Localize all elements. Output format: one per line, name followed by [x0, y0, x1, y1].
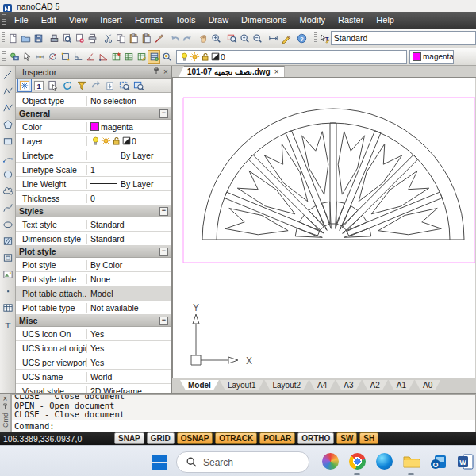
- filter-icon[interactable]: [75, 79, 89, 92]
- toggle-otrack[interactable]: OTRACK: [215, 432, 257, 444]
- snap-perp-icon[interactable]: [71, 50, 84, 64]
- property-row[interactable]: Plot style tableNone: [16, 272, 171, 286]
- property-row[interactable]: Plot table attach...Model: [16, 286, 171, 301]
- angle-icon[interactable]: [84, 50, 97, 64]
- print-preview-icon[interactable]: [61, 31, 74, 45]
- pin-icon[interactable]: [152, 67, 161, 76]
- toggle-sw[interactable]: SW: [336, 432, 357, 444]
- section-misc[interactable]: Misc−: [16, 315, 171, 327]
- toggle-ortho[interactable]: ORTHO: [298, 432, 334, 444]
- quick-select-frame-icon[interactable]: [132, 79, 146, 92]
- property-row[interactable]: Layer0: [16, 134, 171, 148]
- layers-panel-icon[interactable]: [148, 50, 160, 64]
- select-refresh-icon[interactable]: [60, 79, 75, 92]
- menu-raster[interactable]: Raster: [332, 12, 370, 29]
- property-row[interactable]: Dimension styleStandard: [16, 232, 171, 246]
- text-style-icon[interactable]: T: [319, 31, 331, 45]
- select-doc-icon[interactable]: [46, 79, 60, 92]
- color-combo[interactable]: magenta: [409, 50, 454, 64]
- polyline-tool-icon[interactable]: [0, 83, 15, 99]
- cut-icon[interactable]: [102, 31, 115, 45]
- text-tool-icon[interactable]: T: [0, 316, 15, 332]
- show-one-icon[interactable]: 1: [32, 79, 46, 92]
- table-new-icon[interactable]: [109, 50, 122, 64]
- outlook-app-icon[interactable]: O: [428, 451, 448, 471]
- ellipse-tool-icon[interactable]: [0, 216, 15, 232]
- slope-icon[interactable]: [97, 50, 109, 64]
- snap-circle-icon[interactable]: [46, 50, 59, 64]
- menu-dimensions[interactable]: Dimensions: [235, 12, 293, 29]
- toggle-osnap[interactable]: OSNAP: [177, 432, 213, 444]
- image-tool-icon[interactable]: [0, 266, 15, 282]
- spline-tool-icon[interactable]: [0, 199, 15, 216]
- layout-tab-layout2[interactable]: Layout2: [264, 380, 309, 390]
- save-icon[interactable]: [33, 31, 45, 45]
- menu-format[interactable]: Format: [129, 12, 169, 29]
- command-input[interactable]: Command:: [11, 420, 476, 432]
- toggle-snap[interactable]: SNAP: [114, 432, 144, 444]
- property-row[interactable]: Colormagenta: [16, 120, 171, 134]
- redo-icon[interactable]: [182, 31, 194, 45]
- point-tool-icon[interactable]: [0, 282, 15, 299]
- layout-tab-a4[interactable]: A4: [309, 380, 335, 390]
- collapse-icon[interactable]: −: [159, 207, 168, 216]
- start-button[interactable]: [149, 452, 168, 471]
- quick-select-icon[interactable]: [117, 79, 132, 92]
- document-tab[interactable]: 101-07 نصف نجمية.dwg ×: [178, 66, 285, 77]
- menu-tools[interactable]: Tools: [169, 12, 202, 29]
- layout-tab-a0[interactable]: A0: [415, 380, 440, 390]
- pin-icon[interactable]: [2, 403, 8, 411]
- property-row[interactable]: Plot styleBy Color: [16, 258, 171, 272]
- snap-distance-icon[interactable]: [33, 50, 46, 64]
- plot-stamp-icon[interactable]: [48, 31, 61, 45]
- revision-cloud-tool-icon[interactable]: [0, 182, 15, 199]
- tab-close-icon[interactable]: ×: [274, 67, 279, 76]
- property-row[interactable]: LinetypeBy Layer: [16, 148, 171, 163]
- collapse-icon[interactable]: −: [159, 248, 168, 256]
- apply-props-icon[interactable]: [103, 79, 117, 92]
- help-icon[interactable]: ?: [296, 31, 309, 45]
- property-row[interactable]: UCS nameWorld: [16, 370, 171, 384]
- section-styles[interactable]: Styles−: [16, 205, 171, 217]
- property-row[interactable]: Thickness0: [16, 191, 171, 205]
- select-all-icon[interactable]: [17, 79, 32, 92]
- word-app-icon[interactable]: W: [455, 451, 475, 471]
- publish-icon[interactable]: [74, 31, 86, 45]
- table-edit-icon[interactable]: [135, 50, 148, 64]
- cursor-select-icon[interactable]: [21, 50, 33, 64]
- file-explorer-app-icon[interactable]: [401, 451, 421, 471]
- copilot-app-icon[interactable]: [321, 451, 340, 471]
- property-row[interactable]: Text styleStandard: [16, 217, 171, 232]
- paste-special-icon[interactable]: [140, 31, 153, 45]
- arc-tool-icon[interactable]: [0, 149, 15, 166]
- copy-icon[interactable]: [115, 31, 128, 45]
- snap-grid-icon[interactable]: [59, 50, 71, 64]
- osnap-settings-icon[interactable]: [8, 50, 21, 64]
- menu-insert[interactable]: Insert: [94, 12, 129, 29]
- undo-icon[interactable]: [169, 31, 182, 45]
- property-row[interactable]: Object typeNo selection: [16, 94, 171, 108]
- menu-view[interactable]: View: [63, 12, 94, 29]
- menu-edit[interactable]: Edit: [35, 12, 63, 29]
- print-icon[interactable]: [86, 31, 99, 45]
- menu-file[interactable]: File: [8, 12, 35, 29]
- copy-props-icon[interactable]: [89, 79, 103, 92]
- circle-tool-icon[interactable]: [0, 166, 15, 182]
- new-icon[interactable]: [7, 31, 20, 45]
- table-open-icon[interactable]: [122, 50, 135, 64]
- layer-explorer-icon[interactable]: [160, 50, 173, 64]
- toggle-grid[interactable]: GRID: [147, 432, 175, 444]
- format-brush-icon[interactable]: [153, 31, 166, 45]
- toggle-sh[interactable]: SH: [359, 432, 378, 444]
- chrome-app-icon[interactable]: [347, 451, 367, 471]
- layout-tab-layout1[interactable]: Layout1: [220, 380, 264, 390]
- line-tool-icon[interactable]: [0, 66, 15, 83]
- layout-tab-a1[interactable]: A1: [389, 380, 414, 390]
- menu-modify[interactable]: Modify: [294, 12, 332, 29]
- command-history[interactable]: CLOSE - Close documentOPEN - Open docume…: [11, 394, 476, 420]
- hatch-tool-icon[interactable]: [0, 232, 15, 249]
- property-row[interactable]: Line WeightBy Layer: [16, 177, 171, 191]
- property-row[interactable]: UCS per viewportYes: [16, 355, 171, 370]
- close-icon[interactable]: ×: [3, 394, 8, 403]
- close-icon[interactable]: ×: [161, 67, 171, 76]
